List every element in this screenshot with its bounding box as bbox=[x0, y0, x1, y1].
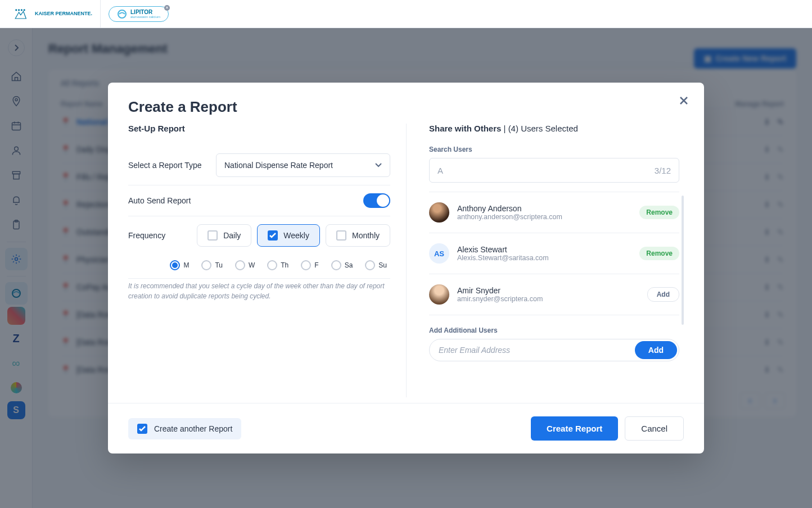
kaiser-icon bbox=[13, 7, 31, 21]
report-type-select[interactable]: National Dispense Rate Report bbox=[216, 153, 390, 177]
svg-point-0 bbox=[15, 9, 17, 11]
day-w[interactable]: W bbox=[235, 260, 255, 270]
auto-send-label: Auto Send Report bbox=[128, 196, 191, 205]
modal-close-button[interactable] bbox=[678, 95, 689, 106]
share-heading: Share with Others | (4) Users Selected bbox=[429, 124, 679, 133]
cancel-button[interactable]: Cancel bbox=[625, 416, 684, 441]
day-sa[interactable]: Sa bbox=[331, 260, 353, 270]
search-result-count: 3/12 bbox=[655, 166, 671, 175]
user-row: Anthony Anderson anthony.anderson@script… bbox=[429, 192, 679, 233]
search-users-input[interactable]: A 3/12 bbox=[429, 158, 679, 183]
add-users-label: Add Additional Users bbox=[429, 326, 679, 334]
svg-point-1 bbox=[18, 9, 20, 11]
add-user-button[interactable]: Add bbox=[635, 341, 677, 359]
chevron-down-icon bbox=[375, 163, 382, 167]
create-another-checkbox[interactable]: Create another Report bbox=[128, 418, 241, 439]
user-row: Amir Snyder amir.snyder@scriptera.com Ad… bbox=[429, 274, 679, 315]
avatar bbox=[429, 284, 449, 305]
day-f[interactable]: F bbox=[301, 260, 318, 270]
day-tu[interactable]: Tu bbox=[201, 260, 223, 270]
org-logo[interactable]: KAISER PERMANENTE. bbox=[13, 7, 92, 21]
close-drug-tab-icon[interactable]: ✕ bbox=[164, 5, 170, 11]
auto-send-toggle[interactable] bbox=[363, 193, 390, 208]
avatar bbox=[429, 202, 449, 223]
report-type-label: Select a Report Type bbox=[128, 161, 201, 170]
search-users-label: Search Users bbox=[429, 146, 679, 153]
frequency-help-text: It is recommended that you select a cycl… bbox=[128, 281, 390, 301]
user-list-scrollbar[interactable] bbox=[682, 196, 684, 325]
modal-title: Create a Report bbox=[128, 98, 704, 116]
frequency-label: Frequency bbox=[128, 231, 165, 240]
swoosh-icon bbox=[117, 9, 127, 19]
user-action-add[interactable]: Add bbox=[647, 287, 679, 302]
close-icon bbox=[678, 95, 689, 106]
day-m[interactable]: M bbox=[170, 260, 189, 270]
add-user-email-input[interactable] bbox=[439, 346, 635, 355]
day-su[interactable]: Su bbox=[365, 260, 387, 270]
user-action-remove[interactable]: Remove bbox=[639, 206, 679, 219]
user-action-remove[interactable]: Remove bbox=[639, 247, 679, 260]
check-icon bbox=[269, 233, 276, 238]
frequency-daily[interactable]: Daily bbox=[197, 224, 251, 247]
frequency-weekly[interactable]: Weekly bbox=[257, 224, 320, 247]
setup-heading: Set-Up Report bbox=[128, 124, 390, 133]
avatar: AS bbox=[429, 243, 449, 264]
create-report-button[interactable]: Create Report bbox=[531, 416, 618, 441]
frequency-monthly[interactable]: Monthly bbox=[326, 224, 390, 247]
user-row: AS Alexis Stewart Alexis.Stewart@saritas… bbox=[429, 233, 679, 274]
svg-point-2 bbox=[21, 9, 22, 11]
modal-overlay: Create a Report Set-Up Report Select a R… bbox=[0, 28, 812, 508]
day-th[interactable]: Th bbox=[267, 260, 288, 270]
drug-tab-lipitor[interactable]: LIPITOR atorvastatin calcium ✕ bbox=[109, 6, 169, 22]
check-icon bbox=[139, 426, 146, 432]
create-report-modal: Create a Report Set-Up Report Select a R… bbox=[108, 83, 704, 453]
svg-point-3 bbox=[24, 9, 25, 11]
